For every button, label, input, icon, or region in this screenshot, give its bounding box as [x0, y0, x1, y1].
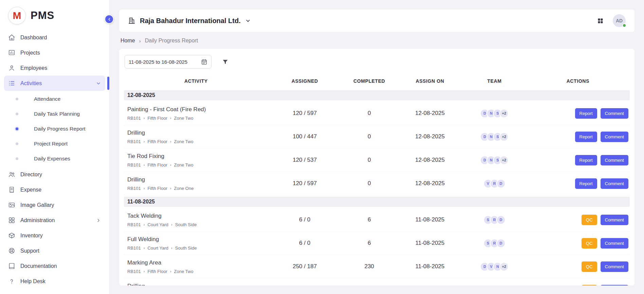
team-extra-count[interactable]: +2	[499, 156, 509, 165]
qc-button[interactable]: QC	[582, 285, 597, 286]
comment-button[interactable]: Comment	[601, 178, 628, 189]
team-extra-count[interactable]: +2	[499, 132, 509, 141]
team-extra-count[interactable]: +2	[499, 262, 509, 271]
activity-cell: Painting - First Coat (Fire Red)RB101›Fi…	[124, 106, 268, 121]
sidebar-item-administration[interactable]: Administration	[4, 213, 105, 228]
breadcrumb-home[interactable]: Home	[121, 38, 135, 44]
qc-button[interactable]: QC	[582, 215, 597, 225]
team-avatar[interactable]: N	[486, 286, 496, 286]
comment-button[interactable]: Comment	[601, 261, 628, 272]
company-selector[interactable]: Raja Bahadur International Ltd.	[128, 17, 251, 25]
sidebar-subitem-attendance[interactable]: Attendance	[4, 92, 105, 106]
team-avatar[interactable]: R	[493, 286, 502, 286]
comment-button[interactable]: Comment	[601, 285, 628, 286]
home-icon	[8, 34, 15, 41]
comment-button[interactable]: Comment	[601, 215, 628, 225]
completed-cell: 0	[342, 157, 397, 163]
comment-button[interactable]: Comment	[601, 155, 628, 165]
activity-location: RB101›Fifth Floor›Zone Two	[127, 139, 265, 144]
sidebar-item-help-desk[interactable]: Help Desk	[4, 274, 105, 289]
team-cell: VRD	[463, 179, 526, 188]
sidebar-item-projects[interactable]: Projects	[4, 45, 105, 60]
report-button[interactable]: Report	[575, 178, 597, 189]
location-segment: RB101	[127, 246, 141, 251]
sidebar-item-support[interactable]: Support	[4, 243, 105, 258]
app-root: M PMS DashboardProjectsEmployeesActiviti…	[0, 0, 644, 294]
assigned-cell: 250 / 187	[268, 263, 342, 270]
sidebar-item-image-gallary[interactable]: Image Gallary	[4, 197, 105, 213]
user-avatar[interactable]: AD	[613, 14, 626, 27]
team-avatar[interactable]: D	[496, 239, 505, 248]
completed-cell: 0	[342, 133, 397, 140]
location-segment: Court Yard	[147, 246, 168, 251]
location-segment: Zone Two	[174, 269, 194, 274]
chevron-down-icon	[245, 18, 251, 24]
sidebar-subitem-label: Daily Task Planning	[34, 111, 80, 117]
sidebar-item-label: Administration	[20, 217, 55, 223]
activity-title: Painting - First Coat (Fire Red)	[127, 106, 265, 113]
sidebar-nav: DashboardProjectsEmployeesActivitiesAtte…	[0, 30, 109, 289]
chevron-right-icon: ›	[170, 116, 171, 120]
activity-title: Marking Area	[127, 259, 265, 266]
location-segment: Fifth Floor	[147, 162, 167, 168]
activity-row: Tack WeldingRB101›Court Yard›South Side6…	[124, 208, 630, 232]
sidebar-subitem-project-report[interactable]: Project Report	[4, 136, 105, 151]
team-extra-count[interactable]: +2	[499, 109, 509, 118]
report-button[interactable]: Report	[575, 108, 597, 119]
sidebar-item-label: Expense	[20, 187, 41, 193]
location-segment: Zone One	[174, 186, 194, 191]
team-cell: DNS+2	[463, 132, 526, 141]
sidebar-item-employees[interactable]: Employees	[4, 60, 105, 76]
support-icon	[8, 247, 15, 254]
actions-cell: QCComment	[526, 238, 630, 249]
sidebar-subitem-daily-task-planning[interactable]: Daily Task Planning	[4, 106, 105, 121]
chevron-right-icon: ›	[144, 222, 145, 227]
comment-button[interactable]: Comment	[601, 132, 628, 142]
activity-row: Tie Rod FixingRB101›Fifth Floor›Zone Two…	[124, 149, 630, 172]
group-date-header: 12-08-2025	[124, 90, 630, 100]
report-button[interactable]: Report	[575, 132, 597, 142]
apps-grid-icon[interactable]	[597, 17, 604, 24]
topbar: Raja Bahadur International Ltd. AD	[119, 9, 634, 32]
date-range-input[interactable]: 11-08-2025 to 16-08-2025	[125, 55, 211, 68]
team-avatar[interactable]: D	[496, 215, 505, 224]
sidebar-item-documentation[interactable]: Documentation	[4, 258, 105, 274]
directory-icon	[8, 171, 15, 178]
sidebar-item-activities[interactable]: Activities	[4, 76, 105, 91]
sidebar-item-label: Inventory	[20, 233, 43, 239]
sidebar-item-dashboard[interactable]: Dashboard	[4, 30, 105, 45]
actions-cell: QCComment	[526, 215, 630, 225]
comment-button[interactable]: Comment	[601, 108, 628, 119]
assign-on-cell: 12-08-2025	[397, 180, 463, 187]
report-button[interactable]: Report	[575, 155, 597, 165]
location-segment: Zone Two	[174, 116, 194, 121]
activity-cell: DrillingRB101›Fifth Floor›Zone Two	[124, 130, 268, 144]
sidebar-subitem-daily-progress-report[interactable]: Daily Progress Report	[4, 121, 105, 136]
activity-title: Tie Rod Fixing	[127, 153, 265, 160]
comment-button[interactable]: Comment	[601, 238, 628, 249]
activities-icon	[8, 80, 15, 87]
filter-icon[interactable]	[222, 58, 229, 65]
sidebar-subitem-daily-expenses[interactable]: Daily Expenses	[4, 151, 105, 166]
sidebar-item-label: Dashboard	[20, 35, 47, 41]
sidebar-item-inventory[interactable]: Inventory	[4, 228, 105, 243]
chevron-right-icon: ›	[144, 269, 145, 273]
completed-cell: 0	[342, 180, 397, 187]
chevron-down-icon	[96, 81, 101, 86]
chevron-right-icon: ›	[171, 246, 172, 250]
assigned-cell: 100 / 447	[268, 133, 342, 140]
qc-button[interactable]: QC	[582, 238, 597, 249]
activity-cell: DrillingRB101›Fifth Floor›Zone Two	[124, 283, 268, 286]
bullet-icon	[16, 142, 18, 145]
location-segment: RB101	[127, 162, 141, 168]
sidebar-item-expense[interactable]: Expense	[4, 182, 105, 197]
sidebar-subitem-label: Project Report	[34, 141, 68, 147]
completed-cell: 0	[342, 110, 397, 117]
qc-button[interactable]: QC	[582, 261, 597, 272]
chevron-right-icon: ›	[170, 186, 171, 190]
assigned-cell: 6 / 0	[268, 216, 342, 223]
team-avatar[interactable]: D	[496, 179, 505, 188]
sidebar-collapse-button[interactable]	[105, 15, 114, 24]
sidebar-item-directory[interactable]: Directory	[4, 167, 105, 182]
breadcrumb: Home › Daily Progress Report	[119, 32, 634, 49]
